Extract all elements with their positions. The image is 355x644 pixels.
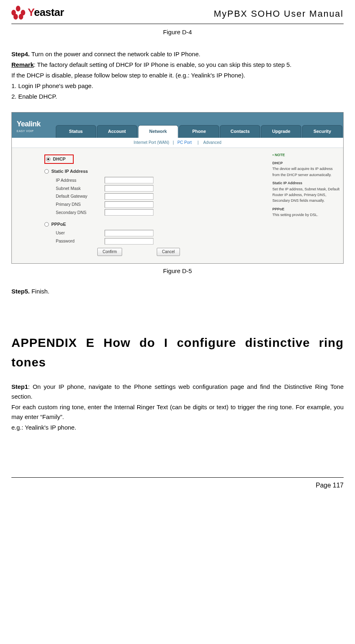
gw-input[interactable] xyxy=(105,193,153,200)
sdns-input[interactable] xyxy=(105,209,153,216)
brand-text: Yeastar xyxy=(28,4,64,21)
note-header: NOTE xyxy=(272,152,340,158)
user-input[interactable] xyxy=(105,230,153,236)
pppoe-radio-label: PPPoE xyxy=(51,221,66,228)
ss-topbar: Yealink EASY VOIP Status Account Network… xyxy=(12,112,343,138)
ip-label: IP Address xyxy=(56,177,105,184)
pppoe-radio[interactable] xyxy=(44,222,49,227)
page-header: Yeastar MyPBX SOHO User Manual xyxy=(11,4,344,24)
step4-text: Step4. Turn on the power and connect the… xyxy=(11,49,344,59)
ss-form: DHCP Static IP Address IP Address Subnet… xyxy=(12,148,269,263)
confirm-button[interactable]: Confirm xyxy=(97,248,122,256)
brand-logo: Yeastar xyxy=(11,4,64,21)
flower-icon xyxy=(11,6,25,20)
dhcp-radio[interactable] xyxy=(46,157,50,161)
subnav-pcport[interactable]: PC Port xyxy=(178,140,192,145)
step4-label: Step4. xyxy=(11,51,30,57)
tab-phone[interactable]: Phone xyxy=(179,125,219,138)
note-pppoe: PPPoE This setting provide by DSL. xyxy=(272,206,340,218)
tab-network[interactable]: Network xyxy=(138,125,178,138)
ss-body: DHCP Static IP Address IP Address Subnet… xyxy=(12,148,343,263)
ss-logo: Yealink EASY VOIP xyxy=(12,112,56,138)
step5-label: Step5. xyxy=(11,288,30,295)
pass-input[interactable] xyxy=(105,238,153,245)
figure-d5-caption: Figure D-5 xyxy=(11,266,344,276)
tab-upgrade[interactable]: Upgrade xyxy=(261,125,301,138)
appE-step1-label: Step1 xyxy=(11,383,28,390)
step4-sub2: 2. Enable DHCP. xyxy=(11,92,344,101)
step4-sub1: 1. Login IP phone's web page. xyxy=(11,81,344,91)
pdns-input[interactable] xyxy=(105,201,153,208)
brand-text-initial: Y xyxy=(28,6,34,18)
tab-account[interactable]: Account xyxy=(97,125,137,138)
ip-input[interactable] xyxy=(105,177,153,183)
ss-subnav: Internet Port (WAN) | PC Port | Advanced xyxy=(12,138,343,148)
dhcp-radio-row: DHCP xyxy=(44,154,261,164)
appE-p2: For each custom ring tone, enter the Int… xyxy=(11,402,344,422)
appE-step1: Step1: On your IP phone, navigate to the… xyxy=(11,382,344,401)
step5-text: Step5. Finish. xyxy=(11,287,344,296)
note-static: Static IP Address Set the IP address, Su… xyxy=(272,180,340,204)
ss-button-row: Confirm Cancel xyxy=(97,248,261,256)
static-radio-label: Static IP Address xyxy=(51,168,88,175)
mask-input[interactable] xyxy=(105,185,153,192)
gw-label: Default Gateway xyxy=(56,193,105,200)
pass-label: Password xyxy=(56,238,105,245)
tab-contacts[interactable]: Contacts xyxy=(220,125,260,138)
cancel-button[interactable]: Cancel xyxy=(157,248,180,256)
figure-d4-caption: Figure D-4 xyxy=(11,27,344,37)
appE-p3: e.g.: Yealink's IP phone. xyxy=(11,423,344,432)
page-number: Page 117 xyxy=(316,482,344,489)
user-label: User xyxy=(56,229,105,236)
page-footer: Page 117 xyxy=(11,477,344,491)
remark-text: Remark: The factory default setting of D… xyxy=(11,60,344,70)
subnav-wan[interactable]: Internet Port (WAN) xyxy=(134,140,169,145)
note-dhcp: DHCP The device will acquire its IP addr… xyxy=(272,160,340,178)
dhcp-highlight-box: DHCP xyxy=(44,154,74,164)
yealink-screenshot: Yealink EASY VOIP Status Account Network… xyxy=(11,112,344,264)
subnav-advanced[interactable]: Advanced xyxy=(203,140,221,145)
ss-tabs: Status Account Network Phone Contacts Up… xyxy=(56,112,343,138)
tab-security[interactable]: Security xyxy=(302,125,342,138)
remark-label: Remark xyxy=(11,61,34,68)
dhcp-radio-label: DHCP xyxy=(53,156,66,163)
ss-notes-panel: NOTE DHCP The device will acquire its IP… xyxy=(269,148,343,263)
sdns-label: Secondary DNS xyxy=(56,209,105,216)
brand-text-rest: eastar xyxy=(34,6,64,18)
appendix-e-heading: APPENDIX E How do I configure distinctiv… xyxy=(11,333,344,372)
pppoe-radio-row: PPPoE xyxy=(44,221,261,228)
dhcp-disable-note: If the DHCP is disable, please follow be… xyxy=(11,71,344,80)
mask-label: Subnet Mask xyxy=(56,185,105,192)
document-title: MyPBX SOHO User Manual xyxy=(214,7,344,21)
tab-status[interactable]: Status xyxy=(56,125,96,138)
static-radio[interactable] xyxy=(44,169,49,174)
pdns-label: Primary DNS xyxy=(56,201,105,208)
static-radio-row: Static IP Address xyxy=(44,168,261,175)
